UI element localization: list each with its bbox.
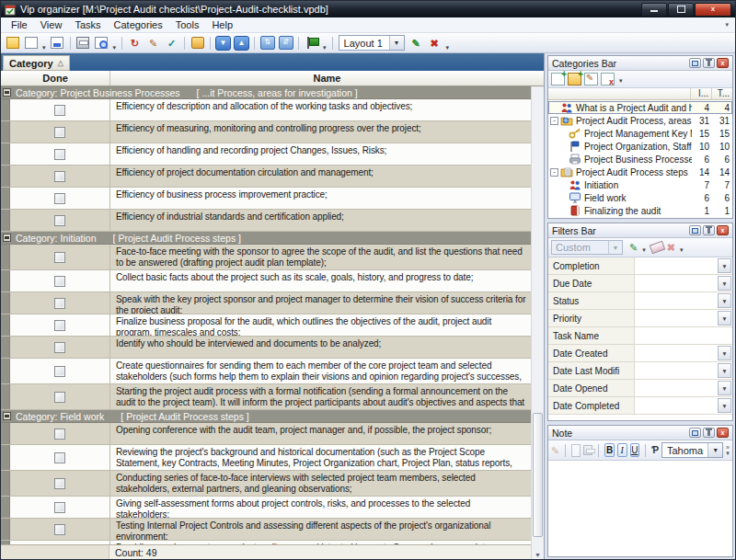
task-row[interactable]: Testing Internal Project Controls and as… (1, 519, 531, 541)
new-task-dropdown-icon[interactable]: ▾ (40, 43, 48, 52)
filter-dropdown-icon[interactable]: ▼ (718, 293, 731, 308)
scrollbar-thumb[interactable] (533, 413, 543, 538)
menu-tools[interactable]: Tools (169, 18, 206, 31)
menu-view[interactable]: View (34, 18, 69, 31)
collapse-group-icon[interactable] (3, 412, 11, 420)
column-header-done[interactable]: Done (1, 71, 110, 86)
save-task-button[interactable] (49, 35, 66, 51)
task-checkbox[interactable] (54, 524, 65, 535)
category-row[interactable]: Project Management Key Matters1515 (548, 127, 732, 140)
filter-dropdown-icon[interactable]: ▼ (718, 381, 731, 395)
filter-value[interactable] (635, 345, 717, 361)
note-content[interactable] (548, 461, 732, 556)
task-row[interactable]: Efficiency of industrial standards and c… (1, 210, 531, 232)
bold-button[interactable]: B (604, 443, 615, 457)
layout-select[interactable]: Layout 1 ▼ (339, 35, 405, 51)
task-row[interactable]: Efficiency of description and allocation… (1, 99, 531, 121)
maximize-button[interactable] (668, 3, 694, 17)
collapse-group-icon[interactable] (3, 88, 11, 97)
task-checkbox[interactable] (54, 105, 65, 116)
panel-restore-button[interactable] (689, 428, 701, 438)
task-checkbox[interactable] (54, 342, 65, 353)
complete-task-button[interactable]: ✓ (163, 35, 180, 51)
filter-value[interactable] (635, 292, 717, 309)
filters-overflow-icon[interactable]: ▾ (678, 246, 685, 255)
filter-dropdown-icon[interactable]: ▼ (718, 346, 731, 360)
group-header[interactable]: Category: Field work[ Project Audit Proc… (1, 410, 531, 423)
panel-pin-button[interactable] (703, 225, 715, 235)
filter-preset-select[interactable]: Custom ▼ (551, 240, 623, 255)
filter-value[interactable] (635, 397, 717, 414)
category-row[interactable]: -Project Audit Process steps1414 (548, 166, 732, 178)
task-row[interactable]: Efficiency of handling and recording pro… (1, 143, 531, 166)
task-row[interactable]: Giving self-assessment forms about proje… (1, 497, 531, 519)
task-checkbox[interactable] (54, 149, 65, 160)
collapse-group-icon[interactable] (3, 234, 11, 242)
workspace-flag-button[interactable] (303, 35, 320, 51)
panel-close-button[interactable]: x (717, 58, 729, 68)
task-checkbox[interactable] (54, 320, 65, 331)
group-by-category-tab[interactable]: Category △ (3, 55, 70, 71)
recurrence-button[interactable]: ↻ (126, 35, 144, 51)
menu-file[interactable]: File (5, 18, 34, 31)
menu-tasks[interactable]: Tasks (68, 18, 107, 31)
filter-value[interactable] (635, 275, 717, 291)
menubar-overflow-icon[interactable]: ▾ (725, 21, 731, 29)
underline-button[interactable]: U (630, 443, 640, 457)
expand-all-button[interactable]: ⇅ (259, 35, 276, 51)
note-overflow-icon[interactable]: »▾ (726, 445, 730, 456)
category-row[interactable]: Field work66 (548, 191, 732, 204)
task-checkbox[interactable] (54, 171, 65, 182)
delete-category-button[interactable] (601, 73, 615, 86)
move-up-button[interactable]: ▲ (233, 35, 250, 51)
flag-overflow-icon[interactable]: ▾ (321, 43, 328, 52)
close-button[interactable]: x (695, 3, 731, 17)
task-row[interactable]: Conducting series of face-to-face interv… (1, 471, 531, 497)
filter-value[interactable] (635, 310, 717, 326)
toolbar-overflow-icon[interactable]: ▾ (444, 43, 452, 52)
tree-col1-header[interactable]: I... (690, 88, 711, 99)
task-checkbox[interactable] (54, 298, 65, 309)
task-checkbox[interactable] (54, 366, 65, 377)
categories-overflow-icon[interactable]: ▾ (617, 76, 625, 86)
filter-dropdown-icon[interactable]: ▼ (718, 311, 731, 326)
new-note-button[interactable] (4, 35, 21, 51)
category-row[interactable]: Initiation77 (548, 178, 732, 191)
print-button[interactable] (75, 35, 92, 51)
task-row[interactable]: Efficiency of business process improveme… (1, 188, 531, 210)
tree-col2-header[interactable]: T... (711, 88, 732, 99)
layout-dropdown-icon[interactable]: ▼ (389, 36, 404, 50)
font-select[interactable]: Tahoma ▼ (661, 442, 723, 458)
panel-pin-button[interactable] (703, 428, 715, 438)
panel-close-button[interactable]: x (717, 225, 729, 235)
italic-button[interactable]: I (617, 443, 627, 457)
task-checkbox[interactable] (54, 127, 65, 138)
task-row[interactable]: Efficiency of project documentation circ… (1, 166, 531, 188)
category-row[interactable]: Project Business Processes66 (548, 153, 732, 166)
task-checkbox[interactable] (54, 429, 65, 440)
print-overflow-icon[interactable]: ▾ (111, 43, 119, 52)
move-down-button[interactable]: ▼ (214, 35, 232, 51)
new-task-button[interactable] (22, 35, 40, 51)
task-row[interactable]: Collect basic facts about the project su… (1, 270, 531, 292)
menu-categories[interactable]: Categories (108, 18, 169, 31)
panel-restore-button[interactable] (689, 225, 701, 235)
new-subcategory-button[interactable] (568, 73, 581, 86)
edit-note-icon[interactable]: ✎ (551, 445, 559, 456)
task-checkbox[interactable] (54, 392, 65, 403)
new-category-button[interactable] (551, 73, 565, 86)
filter-value[interactable] (635, 257, 717, 274)
collapse-node-icon[interactable]: - (550, 168, 558, 177)
task-row[interactable]: Efficiency of measuring, monitoring and … (1, 121, 531, 143)
task-row[interactable]: Identify who should be interviewed and d… (1, 337, 531, 359)
collapse-node-icon[interactable]: - (550, 117, 558, 125)
task-row[interactable]: Finalize business proposal for the audit… (1, 314, 531, 337)
menu-help[interactable]: Help (205, 18, 239, 31)
print-preview-button[interactable] (93, 35, 110, 51)
minimize-button[interactable] (641, 3, 667, 17)
category-row-selected[interactable]: What is a Project Audit and how is it us… (548, 101, 732, 114)
print-note-icon[interactable] (583, 445, 592, 455)
edit-task-button[interactable]: ✎ (144, 35, 162, 51)
assign-task-button[interactable] (189, 35, 206, 51)
task-row[interactable]: Starting the project audit process with … (1, 384, 531, 410)
